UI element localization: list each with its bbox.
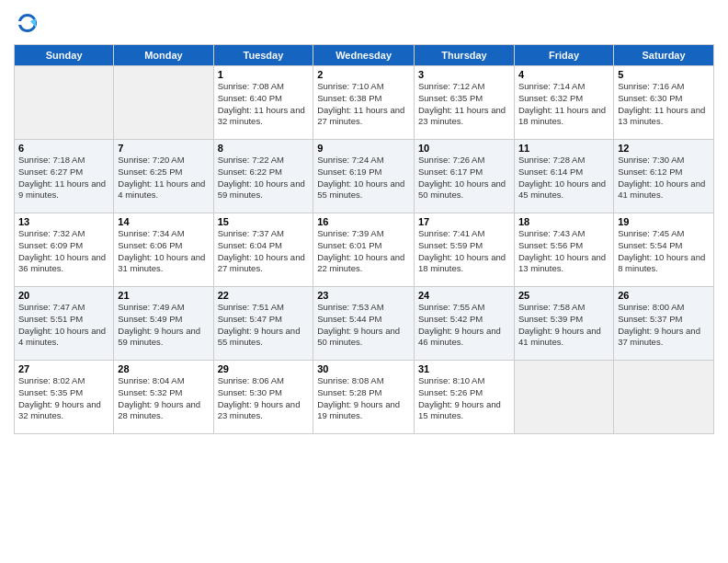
day-number: 9 (317, 143, 410, 154)
day-number: 27 (18, 363, 109, 374)
day-number: 2 (317, 69, 410, 80)
calendar-week-row: 13Sunrise: 7:32 AMSunset: 6:09 PMDayligh… (15, 213, 714, 287)
day-number: 3 (418, 69, 510, 80)
day-info: Sunrise: 7:55 AMSunset: 5:42 PMDaylight:… (418, 302, 510, 349)
day-info: Sunrise: 7:28 AMSunset: 6:14 PMDaylight:… (518, 155, 609, 201)
calendar-day-cell: 1Sunrise: 7:08 AMSunset: 6:40 PMDaylight… (213, 66, 313, 140)
day-number: 20 (18, 290, 109, 301)
day-info: Sunrise: 7:34 AMSunset: 6:06 PMDaylight:… (118, 228, 209, 275)
logo-icon (14, 9, 41, 37)
day-number: 24 (418, 290, 510, 301)
day-number: 8 (218, 143, 310, 154)
calendar-day-cell (114, 66, 213, 140)
calendar-day-cell: 7Sunrise: 7:20 AMSunset: 6:25 PMDaylight… (114, 140, 213, 213)
calendar-day-header: Monday (114, 45, 213, 66)
day-number: 16 (317, 216, 410, 227)
calendar-day-header: Thursday (414, 45, 514, 66)
day-number: 31 (418, 363, 510, 374)
day-number: 5 (618, 69, 710, 80)
calendar-day-cell: 19Sunrise: 7:45 AMSunset: 5:54 PMDayligh… (614, 213, 714, 287)
svg-marker-0 (30, 18, 36, 28)
calendar-day-cell: 20Sunrise: 7:47 AMSunset: 5:51 PMDayligh… (15, 287, 114, 361)
day-info: Sunrise: 7:39 AMSunset: 6:01 PMDaylight:… (317, 228, 410, 275)
day-number: 1 (218, 69, 310, 80)
calendar-day-cell: 15Sunrise: 7:37 AMSunset: 6:04 PMDayligh… (213, 213, 313, 287)
day-info: Sunrise: 7:58 AMSunset: 5:39 PMDaylight:… (518, 302, 609, 349)
day-info: Sunrise: 7:49 AMSunset: 5:49 PMDaylight:… (118, 302, 209, 349)
day-info: Sunrise: 7:53 AMSunset: 5:44 PMDaylight:… (317, 302, 410, 349)
calendar-day-cell: 22Sunrise: 7:51 AMSunset: 5:47 PMDayligh… (213, 287, 313, 361)
day-number: 25 (518, 290, 609, 301)
calendar-day-cell: 14Sunrise: 7:34 AMSunset: 6:06 PMDayligh… (114, 213, 213, 287)
day-number: 11 (518, 143, 609, 154)
calendar-day-cell: 17Sunrise: 7:41 AMSunset: 5:59 PMDayligh… (414, 213, 514, 287)
calendar-day-cell (614, 361, 714, 434)
calendar-day-cell: 9Sunrise: 7:24 AMSunset: 6:19 PMDaylight… (313, 140, 415, 213)
calendar-day-cell: 4Sunrise: 7:14 AMSunset: 6:32 PMDaylight… (514, 66, 613, 140)
day-info: Sunrise: 8:04 AMSunset: 5:32 PMDaylight:… (118, 375, 209, 422)
day-number: 12 (618, 143, 710, 154)
day-info: Sunrise: 7:51 AMSunset: 5:47 PMDaylight:… (218, 302, 310, 349)
day-number: 14 (118, 216, 209, 227)
day-number: 28 (118, 363, 209, 374)
calendar-week-row: 27Sunrise: 8:02 AMSunset: 5:35 PMDayligh… (15, 361, 714, 434)
day-number: 6 (18, 143, 109, 154)
calendar-day-cell: 11Sunrise: 7:28 AMSunset: 6:14 PMDayligh… (514, 140, 613, 213)
calendar-week-row: 6Sunrise: 7:18 AMSunset: 6:27 PMDaylight… (15, 140, 714, 213)
day-number: 17 (418, 216, 510, 227)
main-container: SundayMondayTuesdayWednesdayThursdayFrid… (0, 0, 728, 439)
day-info: Sunrise: 7:32 AMSunset: 6:09 PMDaylight:… (18, 228, 109, 275)
day-info: Sunrise: 7:08 AMSunset: 6:40 PMDaylight:… (218, 81, 310, 128)
logo (14, 9, 45, 37)
day-info: Sunrise: 7:12 AMSunset: 6:35 PMDaylight:… (418, 81, 510, 128)
calendar-day-header: Sunday (15, 45, 114, 66)
day-number: 21 (118, 290, 209, 301)
day-number: 22 (218, 290, 310, 301)
calendar-day-cell: 25Sunrise: 7:58 AMSunset: 5:39 PMDayligh… (514, 287, 613, 361)
day-number: 10 (418, 143, 510, 154)
calendar-day-cell: 18Sunrise: 7:43 AMSunset: 5:56 PMDayligh… (514, 213, 613, 287)
calendar-day-cell: 24Sunrise: 7:55 AMSunset: 5:42 PMDayligh… (414, 287, 514, 361)
day-number: 7 (118, 143, 209, 154)
calendar-day-cell (514, 361, 613, 434)
calendar-day-cell: 23Sunrise: 7:53 AMSunset: 5:44 PMDayligh… (313, 287, 415, 361)
day-info: Sunrise: 7:41 AMSunset: 5:59 PMDaylight:… (418, 228, 510, 275)
day-info: Sunrise: 7:43 AMSunset: 5:56 PMDaylight:… (518, 228, 609, 275)
calendar-week-row: 20Sunrise: 7:47 AMSunset: 5:51 PMDayligh… (15, 287, 714, 361)
day-info: Sunrise: 8:06 AMSunset: 5:30 PMDaylight:… (218, 375, 310, 422)
day-info: Sunrise: 7:37 AMSunset: 6:04 PMDaylight:… (218, 228, 310, 275)
calendar-day-cell (15, 66, 114, 140)
calendar-day-cell: 26Sunrise: 8:00 AMSunset: 5:37 PMDayligh… (614, 287, 714, 361)
day-info: Sunrise: 7:45 AMSunset: 5:54 PMDaylight:… (618, 228, 710, 275)
day-info: Sunrise: 8:08 AMSunset: 5:28 PMDaylight:… (317, 375, 410, 422)
day-number: 15 (218, 216, 310, 227)
calendar-day-cell: 12Sunrise: 7:30 AMSunset: 6:12 PMDayligh… (614, 140, 714, 213)
day-number: 30 (317, 363, 410, 374)
day-number: 29 (218, 363, 310, 374)
calendar-day-cell: 6Sunrise: 7:18 AMSunset: 6:27 PMDaylight… (15, 140, 114, 213)
calendar: SundayMondayTuesdayWednesdayThursdayFrid… (14, 44, 714, 434)
calendar-day-cell: 30Sunrise: 8:08 AMSunset: 5:28 PMDayligh… (313, 361, 415, 434)
calendar-day-header: Friday (514, 45, 613, 66)
calendar-day-cell: 28Sunrise: 8:04 AMSunset: 5:32 PMDayligh… (114, 361, 213, 434)
calendar-day-header: Wednesday (313, 45, 415, 66)
calendar-day-cell: 16Sunrise: 7:39 AMSunset: 6:01 PMDayligh… (313, 213, 415, 287)
day-number: 13 (18, 216, 109, 227)
calendar-day-cell: 2Sunrise: 7:10 AMSunset: 6:38 PMDaylight… (313, 66, 415, 140)
calendar-day-cell: 21Sunrise: 7:49 AMSunset: 5:49 PMDayligh… (114, 287, 213, 361)
day-info: Sunrise: 7:20 AMSunset: 6:25 PMDaylight:… (118, 155, 209, 201)
day-info: Sunrise: 8:02 AMSunset: 5:35 PMDaylight:… (18, 375, 109, 422)
day-number: 26 (618, 290, 710, 301)
day-info: Sunrise: 7:47 AMSunset: 5:51 PMDaylight:… (18, 302, 109, 349)
calendar-week-row: 1Sunrise: 7:08 AMSunset: 6:40 PMDaylight… (15, 66, 714, 140)
calendar-day-cell: 5Sunrise: 7:16 AMSunset: 6:30 PMDaylight… (614, 66, 714, 140)
day-number: 4 (518, 69, 609, 80)
day-info: Sunrise: 7:30 AMSunset: 6:12 PMDaylight:… (618, 155, 710, 201)
calendar-header-row: SundayMondayTuesdayWednesdayThursdayFrid… (15, 45, 714, 66)
day-number: 23 (317, 290, 410, 301)
calendar-day-header: Saturday (614, 45, 714, 66)
day-info: Sunrise: 7:26 AMSunset: 6:17 PMDaylight:… (418, 155, 510, 201)
calendar-day-cell: 29Sunrise: 8:06 AMSunset: 5:30 PMDayligh… (213, 361, 313, 434)
day-info: Sunrise: 8:00 AMSunset: 5:37 PMDaylight:… (618, 302, 710, 349)
day-number: 18 (518, 216, 609, 227)
